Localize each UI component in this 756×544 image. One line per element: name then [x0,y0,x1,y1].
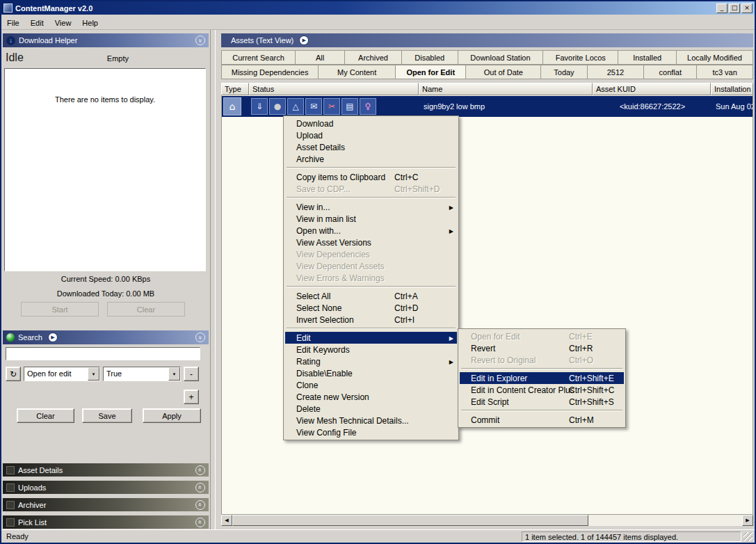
archiver-panel-header[interactable]: Archiver » [3,498,209,511]
column-status[interactable]: Status [249,83,419,95]
menu-item-edit-keywords[interactable]: Edit Keywords [285,344,457,355]
asset-details-panel-header[interactable]: Asset Details » [3,463,209,477]
menu-view[interactable]: View [49,17,77,29]
tab-conflat[interactable]: conflat [644,65,697,79]
menu-item-view-in[interactable]: View in... ▶ [285,201,457,213]
download-helper-header[interactable]: ↓ Download Helper » [3,33,209,47]
menu-item-rating[interactable]: Rating ▶ [285,355,457,367]
chevron-double-up-icon[interactable]: » [195,483,205,493]
menu-help[interactable]: Help [77,17,104,29]
menu-item-asset-details[interactable]: Asset Details [285,141,457,153]
chevron-down-icon[interactable]: ▼ [88,367,99,381]
tab-all[interactable]: All [296,50,345,65]
horizontal-scrollbar[interactable]: ◀ ▶ [221,515,753,526]
tab-2512[interactable]: 2512 [588,65,645,79]
sidebar-splitter[interactable] [210,30,216,529]
maximize-button[interactable]: □ [729,3,740,13]
scrollbar-thumb[interactable] [232,515,588,526]
tab-today[interactable]: Today [541,65,587,79]
submenu-item-edit-in-content-creator-plus[interactable]: Edit in Content Creator Plus Ctrl+Shift+… [460,384,624,396]
chevron-down-icon[interactable]: ▼ [168,367,180,381]
menu-item-select-none[interactable]: Select None Ctrl+D [285,302,457,314]
menu-item-edit[interactable]: Edit ▶ [285,332,457,344]
menu-item-view-asset-versions[interactable]: View Asset Versions [285,237,457,248]
tab-tc3-van[interactable]: tc3 van [697,65,753,79]
menu-edit[interactable]: Edit [25,17,49,29]
column-installation-time[interactable]: Installation Time [711,83,753,95]
tab-locally-modified[interactable]: Locally Modified [677,50,753,65]
scroll-right-icon[interactable]: ▶ [742,515,753,526]
download-list[interactable]: There are no items to display. [4,68,206,271]
menu-item-view-dependencies[interactable]: View Dependencies [285,248,457,260]
submenu-item-revert[interactable]: Revert Ctrl+R [460,342,624,354]
tab-favorite-locos[interactable]: Favorite Locos [543,50,618,65]
menu-item-select-all[interactable]: Select All Ctrl+A [285,290,457,302]
search-value-select[interactable]: True ▼ [103,367,181,381]
menu-item-archive[interactable]: Archive [285,153,457,165]
menu-item-disable-enable[interactable]: Disable\Enable [285,367,457,379]
tab-archived[interactable]: Archived [345,50,402,65]
submenu-item-commit[interactable]: Commit Ctrl+M [460,414,624,426]
menu-file[interactable]: File [1,17,25,29]
minimize-button[interactable]: _ [716,3,727,13]
play-icon[interactable]: ▶ [48,333,58,342]
scroll-left-icon[interactable]: ◀ [221,515,232,526]
remove-criteria-button[interactable]: - [184,367,199,381]
assets-header[interactable]: Assets (Text View) ▶ [221,33,753,47]
menu-item-clone[interactable]: Clone [285,379,457,391]
search-field-select[interactable]: Open for edit ▼ [24,367,100,381]
menu-item-download[interactable]: Download [285,118,457,129]
start-button[interactable]: Start [21,302,99,317]
search-clear-button[interactable]: Clear [17,408,74,423]
menu-item-view-in-main-list[interactable]: View in main list [285,213,457,225]
menu-item-save-to-cdp[interactable]: Save to CDP... Ctrl+Shift+D [285,183,457,195]
submenu-item-open-for-edit[interactable]: Open for Edit Ctrl+E [460,330,624,342]
chevron-double-up-icon[interactable]: » [195,465,205,475]
menu-item-open-with[interactable]: Open with... ▶ [285,225,457,237]
title-bar[interactable]: ContentManager v2.0 _ □ × [1,1,755,15]
submenu-item-edit-script[interactable]: Edit Script Ctrl+Shift+S [460,396,624,408]
search-input[interactable] [6,347,200,360]
tab-disabled[interactable]: Disabled [402,50,458,65]
menu-item-create-new-version[interactable]: Create new Version [285,391,457,403]
asset-row-selected[interactable]: ⌂ ⇓ ● △ ✉ ✂ ▤ ♀ sign9by2 low bmp <kuid:8… [222,96,753,117]
column-type[interactable]: Type [221,83,249,95]
pick-list-panel-header[interactable]: Pick List » [3,515,209,529]
menu-item-view-dependent-assets[interactable]: View Dependent Assets [285,260,457,272]
scrollbar-track[interactable] [588,515,742,526]
add-criteria-button[interactable]: + [184,390,199,404]
play-icon[interactable]: ▶ [299,35,309,45]
search-save-button[interactable]: Save [82,408,132,423]
column-name[interactable]: Name [419,83,593,95]
menu-item-copy-to-clipboard[interactable]: Copy items to Clipboard Ctrl+C [285,171,457,183]
menu-item-label: Open for Edit [471,332,520,342]
tab-installed[interactable]: Installed [618,50,677,65]
uploads-panel-header[interactable]: Uploads » [3,481,209,494]
chevron-double-down-icon[interactable]: » [195,333,205,342]
resize-grip[interactable] [743,532,753,541]
chevron-double-up-icon[interactable]: » [195,500,205,510]
menu-item-upload[interactable]: Upload [285,129,457,141]
tab-my-content[interactable]: My Content [319,65,396,79]
tab-out-of-date[interactable]: Out of Date [466,65,541,79]
menu-item-delete[interactable]: Delete [285,403,457,415]
search-apply-button[interactable]: Apply [143,408,201,423]
menu-item-view-errors-warnings[interactable]: View Errors & Warnings [285,272,457,284]
window-title: ContentManager v2.0 [15,4,715,13]
tab-missing-dependencies[interactable]: Missing Dependencies [221,65,319,79]
chevron-double-down-icon[interactable]: » [195,35,205,45]
search-history-button[interactable]: ↻ [6,367,21,381]
menu-item-view-config-file[interactable]: View Config File [285,426,457,438]
tab-open-for-edit[interactable]: Open for Edit [396,65,466,79]
tab-download-station[interactable]: Download Station [458,50,544,65]
chevron-double-up-icon[interactable]: » [195,518,205,527]
menu-item-invert-selection[interactable]: Invert Selection Ctrl+I [285,314,457,326]
close-button[interactable]: × [741,3,753,13]
tab-current-search[interactable]: Current Search [221,50,296,65]
menu-item-view-mesh-details[interactable]: View Mesh Technical Details... [285,415,457,426]
column-asset-kuid[interactable]: Asset KUID [593,83,711,95]
clear-downloads-button[interactable]: Clear [107,302,185,317]
submenu-item-revert-to-original[interactable]: Revert to Original Ctrl+O [460,354,624,366]
submenu-item-edit-in-explorer[interactable]: Edit in Explorer Ctrl+Shift+E [460,372,624,384]
search-panel-header[interactable]: Search ▶ » [3,330,209,344]
